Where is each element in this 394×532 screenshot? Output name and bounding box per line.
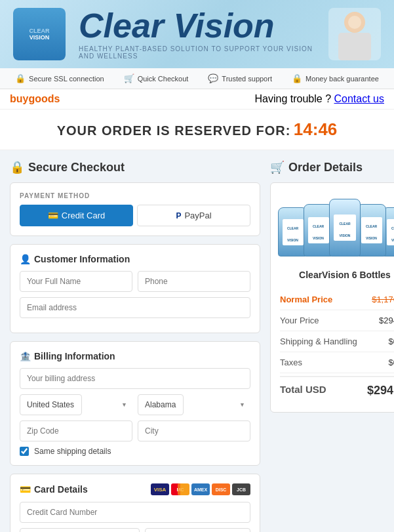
email-input[interactable] <box>20 297 250 318</box>
bottle-label-5: CLEARVISION <box>387 219 395 245</box>
bottle-3: CLEARVISION <box>329 199 361 256</box>
shipping-label: Shipping & Handling <box>280 337 357 346</box>
bottles-display: CLEARVISION CLEARVISION CLEARVISION CLEA… <box>280 192 394 263</box>
zip-input[interactable] <box>20 420 132 441</box>
bottle-label-2: CLEARVISION <box>308 217 329 243</box>
card-icon: 💳 <box>20 484 31 495</box>
header-person-image <box>328 8 381 60</box>
your-price-value: $294.00 <box>379 316 394 325</box>
main-content: 🔒 Secure Checkout PAYMENT METHOD 💳 Credi… <box>0 150 394 532</box>
card-number-row <box>20 502 250 523</box>
paypal-label: PayPal <box>184 211 211 220</box>
total-value: $294.00 <box>367 384 394 398</box>
contact-link[interactable]: Contact us <box>334 93 384 104</box>
paypal-icon: P <box>176 211 181 220</box>
taxes-value: $0.00 <box>388 358 394 367</box>
payment-method-box: PAYMENT METHOD 💳 Credit Card P PayPal <box>10 182 260 236</box>
country-wrapper: United States <box>20 394 132 415</box>
card-icons: VISA MC AMEX DISC JCB <box>151 483 250 495</box>
trust-guarantee: 🔒 Money back guarantee <box>292 73 379 83</box>
checkout-title: 🔒 Secure Checkout <box>10 160 260 174</box>
address-row <box>20 368 250 389</box>
left-panel: 🔒 Secure Checkout PAYMENT METHOD 💳 Credi… <box>10 160 260 532</box>
card-details-section: 💳 Card Details VISA MC AMEX DISC JCB <box>10 474 260 532</box>
svg-point-2 <box>348 16 361 29</box>
credit-card-icon: 💳 <box>48 211 58 220</box>
bottle-label-4: CLEARVISION <box>361 217 382 243</box>
cvv-wrapper: ? <box>145 528 250 532</box>
shipping-row: Shipping & Handling $0.00 <box>280 331 394 352</box>
payment-tabs: 💳 Credit Card P PayPal <box>20 205 250 226</box>
country-select[interactable]: United States <box>20 394 82 415</box>
total-row: Total USD $294.00 <box>280 376 394 403</box>
buygoods-brand: buygoods <box>10 93 60 105</box>
cart-icon: 🛒 <box>270 160 285 174</box>
billing-info-section: 🏦 Billing Information United States Alab… <box>10 341 260 466</box>
expiry-input[interactable] <box>20 528 140 532</box>
timer-value: 14:46 <box>294 119 338 139</box>
trouble-area: Having trouble ? Contact us <box>255 93 384 105</box>
bottle-label-1: CLEARVISION <box>283 219 304 245</box>
other-card-icon: JCB <box>232 483 250 495</box>
normal-price-value: $1,176.00 <box>372 295 394 304</box>
product-name: ClearVision 6 Bottles <box>280 270 394 280</box>
order-box: CLEARVISION CLEARVISION CLEARVISION CLEA… <box>270 182 394 413</box>
card-details-title: 💳 Card Details <box>20 484 88 495</box>
support-label: Trusted support <box>222 75 272 83</box>
cvv-input[interactable] <box>145 528 250 532</box>
billing-icon: 🏦 <box>20 351 31 361</box>
support-icon: 💬 <box>208 73 218 83</box>
trust-support: 💬 Trusted support <box>208 73 272 83</box>
shipping-value: $0.00 <box>388 337 394 346</box>
credit-card-tab[interactable]: 💳 Credit Card <box>20 205 133 226</box>
state-wrapper: Alabama <box>138 394 250 415</box>
ssl-icon: 🔒 <box>15 73 26 83</box>
brand-tagline: HEALTHY PLANT-BASED SOLUTION TO SUPPORT … <box>79 45 315 60</box>
bottle-label-3: CLEARVISION <box>334 215 356 241</box>
right-panel: 🛒 Order Details CLEARVISION CLEARVISION <box>260 160 394 532</box>
state-select[interactable]: Alabama <box>138 394 184 415</box>
phone-input[interactable] <box>138 271 250 292</box>
lock-icon: 🔒 <box>10 160 24 174</box>
visa-icon: VISA <box>151 483 169 495</box>
mastercard-icon: MC <box>171 483 189 495</box>
navbar: buygoods Having trouble ? Contact us <box>0 89 394 110</box>
brand-name: Clear Vision <box>79 9 315 43</box>
timer-label: YOUR ORDER IS RESERVED FOR: <box>57 123 291 138</box>
paypal-tab[interactable]: P PayPal <box>137 205 250 226</box>
normal-price-label: Normal Price <box>280 295 332 304</box>
same-shipping-checkbox[interactable] <box>20 447 29 456</box>
header: CLEAR VISION Clear Vision HEALTHY PLANT-… <box>0 0 394 68</box>
trust-ssl: 🔒 Secure SSL connection <box>15 73 104 83</box>
taxes-row: Taxes $0.00 <box>280 352 394 373</box>
total-label: Total USD <box>280 384 326 398</box>
customer-info-section: 👤 Customer Information <box>10 244 260 333</box>
discover-icon: DISC <box>212 483 230 495</box>
product-logo: CLEAR VISION <box>13 8 66 60</box>
taxes-label: Taxes <box>280 358 302 367</box>
order-details-title: 🛒 Order Details <box>270 160 394 174</box>
credit-card-label: Credit Card <box>62 211 105 220</box>
guarantee-label: Money back guarantee <box>305 75 379 83</box>
name-phone-row <box>20 271 250 292</box>
checkout-icon: 🛒 <box>124 73 134 83</box>
full-name-input[interactable] <box>20 271 132 292</box>
city-input[interactable] <box>138 420 250 441</box>
ssl-label: Secure SSL connection <box>29 75 104 83</box>
address-input[interactable] <box>20 368 250 389</box>
same-shipping-row: Same shipping details <box>20 447 250 456</box>
trouble-text: Having trouble ? <box>255 93 332 104</box>
trust-checkout: 🛒 Quick Checkout <box>124 73 189 83</box>
header-title-area: Clear Vision HEALTHY PLANT-BASED SOLUTIO… <box>79 9 315 60</box>
trust-bar: 🔒 Secure SSL connection 🛒 Quick Checkout… <box>0 68 394 89</box>
customer-info-title: 👤 Customer Information <box>20 254 250 264</box>
payment-method-label: PAYMENT METHOD <box>20 192 250 199</box>
product-image-area: CLEARVISION CLEARVISION CLEARVISION CLEA… <box>280 192 394 263</box>
normal-price-row: Normal Price $1,176.00 <box>280 289 394 310</box>
expiry-cvv-row: ? <box>20 528 250 532</box>
svg-rect-1 <box>338 33 371 60</box>
guarantee-icon: 🔒 <box>292 73 302 83</box>
billing-info-title: 🏦 Billing Information <box>20 351 250 361</box>
card-number-input[interactable] <box>20 502 250 523</box>
card-section-header: 💳 Card Details VISA MC AMEX DISC JCB <box>20 483 250 495</box>
